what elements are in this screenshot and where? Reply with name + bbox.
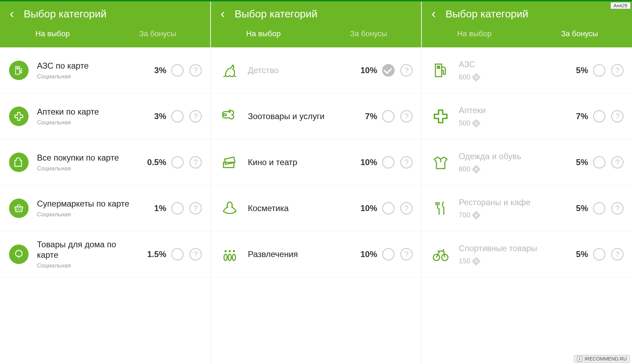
category-subtitle: Социальная	[37, 211, 137, 218]
panel-2: ‹ Выбор категорий На выбор За бонусы Дет…	[210, 1, 421, 364]
select-radio[interactable]	[382, 202, 395, 215]
select-radio[interactable]	[593, 156, 606, 169]
category-row[interactable]: Одежда и обувь8005%?	[422, 139, 632, 185]
category-row[interactable]: Зоотовары и услуги7%?	[211, 93, 421, 139]
cutlery-icon	[430, 198, 451, 219]
category-row[interactable]: Развлечения10%?	[211, 231, 421, 277]
category-cost: 150	[459, 257, 559, 265]
bonus-diamond-icon	[472, 211, 481, 219]
select-radio[interactable]	[171, 202, 184, 215]
select-radio[interactable]	[382, 248, 395, 261]
help-button[interactable]: ?	[400, 156, 413, 169]
back-button[interactable]: ‹	[221, 8, 225, 20]
select-radio[interactable]	[382, 156, 395, 169]
tab-choice[interactable]: На выбор	[211, 29, 316, 38]
percent-value: 7%	[563, 111, 588, 121]
category-title: Товары для дома по карте	[37, 239, 137, 260]
category-title: Все покупки по карте	[37, 153, 137, 163]
select-radio[interactable]	[593, 248, 606, 261]
select-radio[interactable]	[171, 248, 184, 261]
category-row[interactable]: Детство10%?	[211, 47, 421, 93]
help-button[interactable]: ?	[189, 156, 202, 169]
bag-icon	[8, 152, 29, 173]
help-button[interactable]: ?	[611, 110, 624, 123]
select-radio[interactable]	[593, 202, 606, 215]
tab-choice[interactable]: На выбор	[422, 29, 527, 38]
shirt-icon	[430, 152, 451, 173]
tab-bonus[interactable]: За бонусы	[105, 29, 211, 38]
category-row[interactable]: Товары для дома по картеСоциальная1.5%?	[0, 231, 210, 277]
category-row[interactable]: Косметика10%?	[211, 185, 421, 231]
select-radio[interactable]	[171, 110, 184, 123]
bonus-diamond-icon	[472, 119, 481, 127]
select-radio[interactable]	[593, 64, 606, 77]
tab-bonus[interactable]: За бонусы	[527, 29, 632, 38]
help-button[interactable]: ?	[611, 64, 624, 77]
cost-value: 600	[459, 73, 470, 81]
page-title: Выбор категорий	[446, 8, 528, 20]
select-radio[interactable]	[171, 64, 184, 77]
category-text: Развлечения	[248, 249, 352, 260]
category-text: Супермаркеты по картеСоциальная	[37, 199, 141, 218]
category-row[interactable]: АЗС6005%?	[422, 47, 632, 93]
tab-choice[interactable]: На выбор	[0, 29, 105, 38]
category-text: АЗС по картеСоциальная	[37, 61, 141, 80]
tickets-icon	[219, 152, 240, 173]
bike-icon	[430, 244, 451, 265]
percent-value: 5%	[563, 65, 588, 75]
help-button[interactable]: ?	[189, 248, 202, 261]
category-cost: 600	[459, 73, 559, 81]
category-cost: 800	[459, 165, 559, 173]
help-button[interactable]: ?	[611, 202, 624, 215]
percent-value: 1%	[141, 203, 166, 213]
select-radio[interactable]	[382, 64, 395, 77]
user-tag: Аня26	[610, 2, 631, 9]
cost-value: 700	[459, 211, 470, 219]
fuel-icon	[8, 60, 29, 81]
category-title: Детство	[248, 65, 348, 76]
bowling-icon	[219, 244, 240, 265]
tab-bonus[interactable]: За бонусы	[316, 29, 421, 38]
category-row[interactable]: Супермаркеты по картеСоциальная1%?	[0, 185, 210, 231]
category-list: АЗС по картеСоциальная3%?Аптеки по карте…	[0, 47, 210, 364]
help-button[interactable]: ?	[400, 202, 413, 215]
category-cost: 500	[459, 119, 559, 127]
select-radio[interactable]	[382, 110, 395, 123]
help-button[interactable]: ?	[400, 248, 413, 261]
cost-value: 150	[459, 257, 470, 265]
category-row[interactable]: Спортивные товары1505%?	[422, 231, 632, 277]
select-radio[interactable]	[171, 156, 184, 169]
percent-value: 10%	[352, 249, 377, 259]
panel-1: ‹ Выбор категорий На выбор За бонусы АЗС…	[0, 1, 210, 364]
back-button[interactable]: ‹	[10, 8, 14, 20]
category-row[interactable]: АЗС по картеСоциальная3%?	[0, 47, 210, 93]
help-button[interactable]: ?	[189, 110, 202, 123]
category-row[interactable]: Аптеки5007%?	[422, 93, 632, 139]
help-button[interactable]: ?	[189, 202, 202, 215]
category-title: Косметика	[248, 203, 348, 214]
help-button[interactable]: ?	[189, 64, 202, 77]
category-row[interactable]: Кино и театр10%?	[211, 139, 421, 185]
fuel-icon	[430, 60, 451, 81]
select-radio[interactable]	[593, 110, 606, 123]
category-text: Все покупки по картеСоциальная	[37, 153, 141, 172]
category-row[interactable]: Аптеки по картеСоциальная3%?	[0, 93, 210, 139]
basket-icon	[8, 198, 29, 219]
help-button[interactable]: ?	[400, 110, 413, 123]
horse-icon	[219, 60, 240, 81]
category-row[interactable]: Все покупки по картеСоциальная0.5%?	[0, 139, 210, 185]
category-text: Косметика	[248, 203, 352, 214]
panels-container: ‹ Выбор категорий На выбор За бонусы АЗС…	[0, 1, 632, 364]
help-button[interactable]: ?	[611, 156, 624, 169]
back-button[interactable]: ‹	[432, 8, 436, 20]
category-title: Развлечения	[248, 249, 348, 260]
help-button[interactable]: ?	[400, 64, 413, 77]
help-button[interactable]: ?	[611, 248, 624, 261]
category-subtitle: Социальная	[37, 262, 137, 269]
percent-value: 7%	[352, 111, 377, 121]
category-text: Аптеки по картеСоциальная	[37, 107, 141, 126]
category-title: Спортивные товары	[459, 243, 559, 254]
category-row[interactable]: Рестораны и кафе7005%?	[422, 185, 632, 231]
cost-value: 500	[459, 119, 470, 127]
header: ‹ Выбор категорий На выбор За бонусы	[0, 1, 210, 47]
